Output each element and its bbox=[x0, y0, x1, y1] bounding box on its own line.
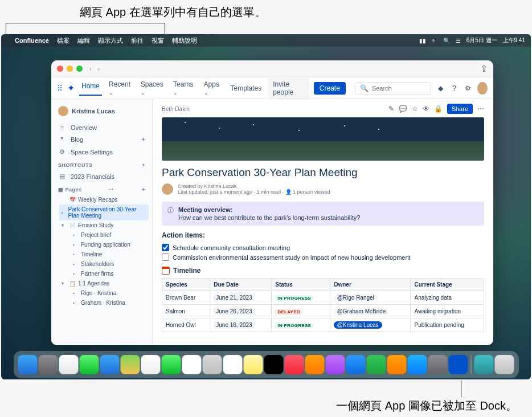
dock-safari-icon[interactable] bbox=[59, 355, 79, 374]
control-center-icon[interactable]: ☰ bbox=[456, 38, 461, 44]
nav-forward-icon[interactable]: › bbox=[97, 65, 100, 73]
sidebar-overview[interactable]: ≡Overview bbox=[55, 122, 149, 133]
dock-mail-icon[interactable] bbox=[100, 355, 120, 374]
spotlight-icon[interactable]: 🔍 bbox=[443, 38, 450, 44]
checkbox-1[interactable] bbox=[162, 244, 169, 251]
dock-keynote-icon[interactable] bbox=[346, 355, 366, 374]
tree-child-item[interactable]: •Partner firms bbox=[59, 269, 149, 279]
sidebar-space-settings[interactable]: ⚙Space Settings bbox=[55, 146, 149, 158]
cell-owner[interactable]: @Graham McBride bbox=[330, 305, 411, 318]
tree-weekly-recaps[interactable]: 📅Weekly Recaps bbox=[59, 195, 149, 205]
wifi-icon[interactable]: ᯤ bbox=[432, 38, 437, 44]
sidebar-shortcut-financials[interactable]: ▤2023 Financials bbox=[55, 170, 149, 182]
chevron-down-icon[interactable]: ▾ bbox=[62, 223, 67, 228]
star-icon[interactable]: ☆ bbox=[412, 105, 418, 113]
dock-trash-icon[interactable] bbox=[495, 355, 514, 374]
create-button[interactable]: Create bbox=[314, 82, 346, 95]
comment-icon[interactable]: 💬 bbox=[399, 105, 407, 113]
dock-facetime-icon[interactable] bbox=[162, 355, 181, 374]
nav-apps[interactable]: Apps bbox=[202, 79, 224, 97]
app-switcher-icon[interactable]: ⠿ bbox=[57, 84, 63, 93]
dock-tv-icon[interactable] bbox=[264, 355, 284, 374]
dock-reminders-icon[interactable] bbox=[223, 355, 243, 374]
window-maximize-button[interactable] bbox=[76, 66, 83, 72]
cell-owner[interactable]: @Rigo Rangel bbox=[330, 291, 411, 305]
dock-launchpad-icon[interactable] bbox=[39, 355, 58, 374]
nav-teams[interactable]: Teams bbox=[171, 79, 197, 97]
dock-contacts-icon[interactable] bbox=[203, 355, 222, 374]
menubar-date[interactable]: 6月5日 週一 bbox=[466, 36, 497, 44]
pages-more-icon[interactable]: ⋯ bbox=[108, 187, 114, 193]
menubar-help[interactable]: 輔助說明 bbox=[172, 36, 197, 45]
dock-settings-icon[interactable] bbox=[428, 355, 448, 374]
more-icon[interactable]: ⋯ bbox=[477, 105, 484, 113]
breadcrumb[interactable]: Beth Dakin bbox=[162, 106, 190, 112]
action-item-2[interactable]: Commission environmental assessment stud… bbox=[162, 252, 484, 262]
shortcuts-add-icon[interactable]: + bbox=[142, 162, 145, 168]
edit-icon[interactable]: ✎ bbox=[388, 105, 394, 113]
menubar-file[interactable]: 檔案 bbox=[57, 36, 69, 45]
battery-icon[interactable]: ▮▮ bbox=[419, 38, 426, 44]
invite-people-button[interactable]: Invite people bbox=[268, 78, 309, 99]
menubar-go[interactable]: 前往 bbox=[131, 36, 144, 45]
tree-child-item[interactable]: •Stakeholders bbox=[59, 259, 149, 269]
dock-notes-icon[interactable] bbox=[244, 355, 263, 374]
cell-owner[interactable]: @Kristina Lucas bbox=[330, 318, 411, 332]
created-by-name[interactable]: Kristina Lucas bbox=[204, 183, 237, 189]
blog-add-icon[interactable]: + bbox=[141, 136, 145, 144]
share-button[interactable]: Share bbox=[447, 104, 473, 114]
menubar-view[interactable]: 顯示方式 bbox=[98, 36, 123, 45]
nav-home[interactable]: Home bbox=[79, 81, 102, 96]
nav-recent[interactable]: Recent bbox=[107, 79, 134, 97]
tree-park-conservation[interactable]: •Park Conservation 30-Year Plan Meeting bbox=[59, 205, 149, 220]
confluence-logo-icon[interactable]: ✦ bbox=[67, 83, 75, 93]
tree-agendas[interactable]: ▾📋1:1 Agendas bbox=[59, 279, 149, 288]
table-row[interactable]: Horned OwlJune 16, 2023IN PROGRESS@Krist… bbox=[162, 318, 484, 332]
nav-spaces[interactable]: Spaces bbox=[138, 79, 166, 97]
window-close-button[interactable] bbox=[57, 66, 63, 72]
window-minimize-button[interactable] bbox=[67, 66, 73, 72]
pages-add-icon[interactable]: + bbox=[142, 187, 145, 193]
dock-podcasts-icon[interactable] bbox=[326, 355, 345, 374]
menubar-app-name[interactable]: Confluence bbox=[15, 37, 49, 44]
watch-icon[interactable]: 👁 bbox=[423, 105, 429, 113]
menubar-window[interactable]: 視窗 bbox=[152, 36, 164, 45]
action-item-1[interactable]: Schedule community consultation meeting bbox=[162, 243, 484, 252]
notifications-icon[interactable]: ◆ bbox=[436, 84, 445, 92]
checkbox-2[interactable] bbox=[162, 254, 169, 261]
dock-books-icon[interactable] bbox=[305, 355, 325, 374]
dock-downloads-icon[interactable] bbox=[474, 355, 494, 374]
nav-back-icon[interactable]: ‹ bbox=[89, 65, 92, 73]
tree-erosion-study[interactable]: ▾📄Erosion Study bbox=[59, 220, 149, 230]
help-icon[interactable]: ? bbox=[449, 84, 459, 92]
chevron-down-icon[interactable]: ▾ bbox=[62, 281, 67, 286]
dock-music-icon[interactable] bbox=[285, 355, 304, 374]
search-box[interactable]: 🔍 bbox=[355, 82, 431, 95]
dock-messages-icon[interactable] bbox=[80, 355, 99, 374]
table-row[interactable]: SalmonJune 26, 2023DELAYED@Graham McBrid… bbox=[162, 305, 484, 318]
dock-pages-icon[interactable] bbox=[387, 355, 407, 374]
dock-photos-icon[interactable] bbox=[141, 355, 161, 374]
share-icon[interactable]: ⇪ bbox=[480, 63, 488, 74]
dock-calendar-icon[interactable] bbox=[182, 355, 202, 374]
dock-confluence-webapp-icon[interactable] bbox=[449, 355, 468, 374]
table-row[interactable]: Brown BearJune 21, 2023IN PROGRESS@Rigo … bbox=[162, 291, 484, 305]
menubar-edit[interactable]: 編輯 bbox=[77, 36, 90, 45]
search-input[interactable] bbox=[372, 85, 426, 92]
tree-child-item[interactable]: •Graham · Kristina bbox=[59, 298, 149, 308]
dock-appstore-icon[interactable] bbox=[408, 355, 427, 374]
tree-child-item[interactable]: •Funding application bbox=[59, 240, 149, 250]
nav-templates[interactable]: Templates bbox=[228, 83, 264, 93]
tree-child-item[interactable]: •Timeline bbox=[59, 250, 149, 259]
settings-icon[interactable]: ⚙ bbox=[464, 84, 473, 92]
tree-child-item[interactable]: •Project brief bbox=[59, 230, 149, 240]
sidebar-user[interactable]: Kristina Lucas bbox=[55, 104, 149, 118]
lock-icon[interactable]: 🔒 bbox=[434, 105, 443, 113]
tree-child-item[interactable]: •Rigo · Kristina bbox=[59, 288, 149, 298]
menubar-time[interactable]: 上午9:41 bbox=[503, 36, 525, 44]
dock-numbers-icon[interactable] bbox=[367, 355, 386, 374]
profile-avatar[interactable] bbox=[477, 82, 488, 95]
dock-maps-icon[interactable] bbox=[121, 355, 140, 374]
dock-finder-icon[interactable] bbox=[18, 355, 38, 374]
sidebar-blog[interactable]: ❞Blog+ bbox=[55, 133, 149, 146]
